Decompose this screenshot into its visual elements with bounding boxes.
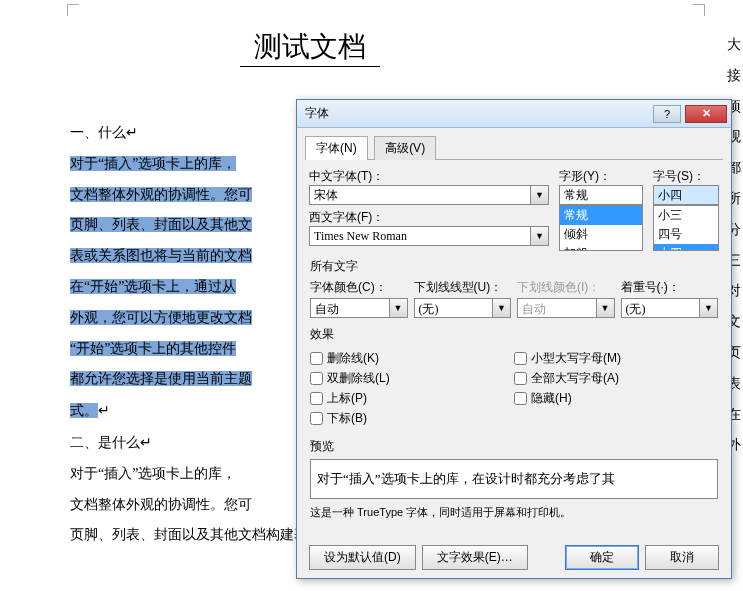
list-item[interactable]: 倾斜 [560, 225, 642, 244]
label-en-font: 西文字体(F)： [309, 209, 549, 226]
selected-text[interactable]: 都允许您选择是使用当前主题 [70, 371, 252, 386]
list-item[interactable]: 常规 [560, 206, 642, 225]
chevron-down-icon[interactable]: ▼ [493, 298, 511, 318]
label-font-color: 字体颜色(C)： [310, 279, 408, 296]
size-listbox[interactable]: 小三 四号 小四 [653, 205, 719, 251]
underline-combo[interactable]: (无)▼ [414, 298, 512, 318]
chevron-down-icon[interactable]: ▼ [531, 226, 549, 246]
text-effects-button[interactable]: 文字效果(E)… [422, 545, 528, 570]
selected-text[interactable]: 对于“插入”选项卡上的库， [70, 156, 236, 171]
cancel-button[interactable]: 取消 [645, 545, 719, 570]
paragraph-mark: ↵ [126, 124, 138, 140]
chevron-down-icon: ▼ [597, 298, 615, 318]
selected-text[interactable]: 表或关系图也将与当前的文档 [70, 248, 252, 263]
cb-small-caps[interactable]: 小型大写字母(M) [514, 350, 718, 367]
list-item[interactable]: 加粗 [560, 244, 642, 251]
list-item[interactable]: 小四 [654, 244, 718, 251]
close-button[interactable]: ✕ [685, 105, 727, 123]
en-font-combo[interactable]: ▼ [309, 226, 549, 246]
dialog-title: 字体 [305, 105, 653, 122]
paragraph-mark: ↵ [140, 434, 152, 450]
tab-advanced[interactable]: 高级(V) [374, 136, 436, 160]
label-underline-color: 下划线颜色(I)： [517, 279, 615, 296]
font-dialog: 字体 ? ✕ 字体(N) 高级(V) 中文字体(T)： ▼ 西文字体(F)： ▼ [296, 99, 732, 579]
emphasis-combo[interactable]: (无)▼ [621, 298, 719, 318]
ok-button[interactable]: 确定 [565, 545, 639, 570]
cn-font-combo[interactable]: ▼ [309, 185, 549, 205]
label-all-text: 所有文字 [310, 258, 718, 275]
tab-strip: 字体(N) 高级(V) [297, 128, 731, 160]
body-text: 对于“插入”选项卡上的库， [70, 466, 236, 481]
paragraph-mark: ↵ [98, 402, 110, 418]
cb-hidden[interactable]: 隐藏(H) [514, 390, 718, 407]
set-default-button[interactable]: 设为默认值(D) [309, 545, 416, 570]
cb-strike[interactable]: 删除线(K) [310, 350, 514, 367]
chevron-down-icon[interactable]: ▼ [390, 298, 408, 318]
doc-title: 测试文档 [240, 28, 380, 67]
label-effects: 效果 [310, 326, 718, 343]
selected-text[interactable]: 在“开始”选项卡上，通过从 [70, 279, 236, 294]
label-preview: 预览 [310, 438, 718, 455]
label-cn-font: 中文字体(T)： [309, 168, 549, 185]
help-button[interactable]: ? [653, 105, 681, 123]
style-listbox[interactable]: 常规 倾斜 加粗 [559, 205, 643, 251]
selected-text[interactable]: 外观，您可以方便地更改文档 [70, 310, 252, 325]
font-hint: 这是一种 TrueType 字体，同时适用于屏幕和打印机。 [310, 505, 718, 520]
label-style: 字形(Y)： [559, 168, 643, 185]
style-input[interactable] [559, 185, 643, 205]
dialog-titlebar[interactable]: 字体 ? ✕ [297, 100, 731, 128]
tab-font[interactable]: 字体(N) [305, 136, 368, 160]
list-item[interactable]: 小三 [654, 206, 718, 225]
cn-font-input[interactable] [309, 185, 531, 205]
size-input[interactable] [653, 185, 719, 205]
selected-text[interactable]: 页脚、列表、封面以及其他文 [70, 217, 252, 232]
cb-superscript[interactable]: 上标(P) [310, 390, 514, 407]
chevron-down-icon[interactable]: ▼ [531, 185, 549, 205]
font-color-combo[interactable]: 自动▼ [310, 298, 408, 318]
selected-text[interactable]: 式。 [70, 403, 98, 418]
selected-text[interactable]: 文档整体外观的协调性。您可 [70, 187, 252, 202]
en-font-input[interactable] [309, 226, 531, 246]
label-emphasis: 着重号(·)： [621, 279, 719, 296]
label-size: 字号(S)： [653, 168, 719, 185]
chevron-down-icon[interactable]: ▼ [700, 298, 718, 318]
body-text: 文档整体外观的协调性。您可 [70, 497, 252, 512]
preview-box: 对于“插入”选项卡上的库，在设计时都充分考虑了其 [310, 459, 718, 499]
heading-2: 二、是什么 [70, 435, 140, 450]
list-item[interactable]: 四号 [654, 225, 718, 244]
page-corner-tr [693, 4, 705, 16]
heading-1: 一、什么 [70, 125, 126, 140]
cb-all-caps[interactable]: 全部大写字母(A) [514, 370, 718, 387]
underline-color-combo: 自动▼ [517, 298, 615, 318]
cb-subscript[interactable]: 下标(B) [310, 410, 514, 427]
selected-text[interactable]: “开始”选项卡上的其他控件 [70, 341, 236, 356]
label-underline: 下划线线型(U)： [414, 279, 512, 296]
cb-double-strike[interactable]: 双删除线(L) [310, 370, 514, 387]
